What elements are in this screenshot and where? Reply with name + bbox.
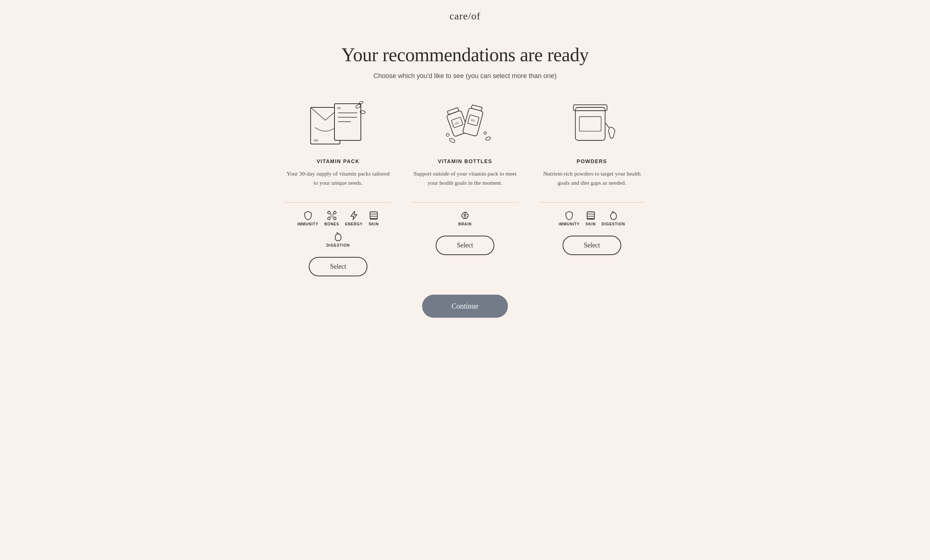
skin-icon-powders xyxy=(586,211,596,220)
skin-powders-label: SKIN xyxy=(586,222,596,226)
svg-rect-22 xyxy=(447,107,459,115)
tag-bones: BONES xyxy=(324,211,339,226)
svg-rect-18 xyxy=(370,212,377,219)
digestion-powders-label: DIGESTION xyxy=(602,222,625,226)
svg-point-11 xyxy=(333,212,336,214)
svg-point-31 xyxy=(446,133,449,137)
select-powders-button[interactable]: Select xyxy=(562,236,621,255)
powders-title: POWDERS xyxy=(577,158,607,164)
tag-digestion-powders: DIGESTION xyxy=(602,211,625,226)
cards-container: c/o Hi VITAMIN PACK Your 30-day supply o… xyxy=(271,98,659,276)
energy-label: ENERGY xyxy=(345,222,363,226)
svg-point-10 xyxy=(328,212,330,214)
svg-point-32 xyxy=(484,132,487,135)
vitamin-bottles-divider xyxy=(412,202,518,203)
vitamin-pack-divider xyxy=(285,202,391,203)
powders-illustration xyxy=(559,98,625,150)
tag-immunity-powders: IMMUNITY xyxy=(559,211,579,226)
vitamin-pack-title: VITAMIN PACK xyxy=(316,158,359,164)
tag-immunity: IMMUNITY xyxy=(297,211,318,226)
tag-skin-powders: SKIN xyxy=(586,211,596,226)
brain-icon xyxy=(460,211,470,220)
svg-line-38 xyxy=(606,123,609,128)
vitamin-pack-tags: IMMUNITY BONES ENERGY xyxy=(285,211,391,247)
svg-point-33 xyxy=(485,137,491,141)
page-subtitle: Choose which you'd like to see (you can … xyxy=(373,72,557,80)
main-content: Your recommendations are ready Choose wh… xyxy=(263,29,667,340)
tag-skin: SKIN xyxy=(368,211,379,226)
select-vitamin-pack-button[interactable]: Select xyxy=(309,257,368,276)
svg-point-12 xyxy=(328,217,330,220)
vitamin-bottles-description: Support outside of your vitamin pack to … xyxy=(412,169,518,194)
apple-icon xyxy=(333,232,343,241)
tag-brain: BRAIN xyxy=(459,211,472,226)
bones-label: BONES xyxy=(324,222,339,226)
vitamin-bottles-title: VITAMIN BOTTLES xyxy=(438,158,492,164)
apple-icon-powders xyxy=(609,211,618,220)
svg-rect-39 xyxy=(587,212,594,219)
skin-label: SKIN xyxy=(368,222,379,226)
continue-button[interactable]: Continue xyxy=(422,295,508,318)
svg-text:c/o: c/o xyxy=(454,121,459,125)
header: care/of xyxy=(0,0,930,29)
vitamin-bottles-tags: BRAIN xyxy=(459,211,472,226)
logo: care/of xyxy=(0,10,930,22)
page-title: Your recommendations are ready xyxy=(342,44,588,66)
powders-divider xyxy=(539,202,645,203)
vitamin-pack-description: Your 30-day supply of vitamin packs tail… xyxy=(285,169,391,194)
vitamin-bottles-illustration: c/o c/o xyxy=(432,98,498,150)
powders-description: Nutrient-rich powders to target your hea… xyxy=(539,169,645,194)
vitamin-pack-illustration: c/o Hi xyxy=(305,98,371,150)
powders-tags: IMMUNITY SKIN xyxy=(559,211,625,226)
svg-rect-37 xyxy=(579,117,601,131)
svg-rect-35 xyxy=(575,107,605,140)
svg-text:Hi: Hi xyxy=(337,106,341,110)
shield-icon-powders xyxy=(564,211,574,220)
card-vitamin-bottles: c/o c/o VITAMIN BOTTLES xyxy=(408,98,522,276)
skin-icon xyxy=(369,211,379,220)
card-vitamin-pack: c/o Hi VITAMIN PACK Your 30-day supply o… xyxy=(281,98,395,276)
svg-text:c/o: c/o xyxy=(314,138,318,142)
immunity-label: IMMUNITY xyxy=(297,222,318,226)
digestion-label: DIGESTION xyxy=(326,243,350,247)
select-vitamin-bottles-button[interactable]: Select xyxy=(436,236,494,255)
brain-label: BRAIN xyxy=(459,222,472,226)
tag-energy: ENERGY xyxy=(345,211,363,226)
svg-point-9 xyxy=(359,101,363,104)
bone-icon xyxy=(327,211,337,220)
immunity-powders-label: IMMUNITY xyxy=(559,222,579,226)
tag-digestion: DIGESTION xyxy=(326,232,350,247)
card-powders: POWDERS Nutrient-rich powders to target … xyxy=(535,98,649,276)
svg-point-30 xyxy=(449,137,456,143)
svg-point-13 xyxy=(333,217,336,220)
bolt-icon xyxy=(349,211,359,220)
shield-icon xyxy=(303,211,313,220)
